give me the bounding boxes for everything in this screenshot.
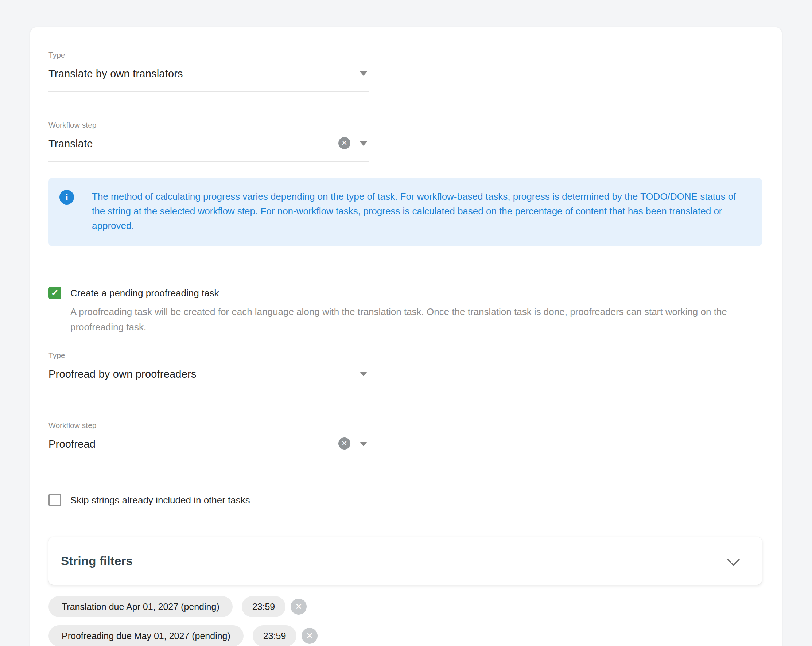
translation-type-select[interactable]: Translate by own translators <box>49 67 369 92</box>
dropdown-arrow-icon[interactable] <box>360 72 367 76</box>
remove-chip-icon[interactable]: ✕ <box>291 599 307 615</box>
proofreading-deadline-row: Proofreading due May 01, 2027 (pending) … <box>49 625 763 646</box>
proofreading-type-field: Type Proofread by own proofreaders <box>49 351 369 392</box>
translation-workflow-field: Workflow step Translate ✕ <box>49 120 369 162</box>
translation-workflow-label: Workflow step <box>49 120 369 130</box>
clear-selection-icon[interactable]: ✕ <box>338 137 350 149</box>
proofreading-workflow-select[interactable]: Proofread ✕ <box>49 437 369 462</box>
proofreading-checkbox-label[interactable]: Create a pending proofreading task <box>70 287 219 299</box>
deadline-chips: Translation due Apr 01, 2027 (pending) 2… <box>49 596 763 646</box>
time-chip: 23:59 <box>253 625 297 646</box>
skip-strings-checkbox-group: Skip strings already included in other t… <box>49 494 763 506</box>
dropdown-arrow-icon[interactable] <box>360 442 367 446</box>
translation-workflow-value: Translate <box>49 137 369 150</box>
info-icon: i <box>60 190 74 204</box>
proofreading-checkbox-description: A proofreading task will be created for … <box>70 304 756 335</box>
translation-workflow-select[interactable]: Translate ✕ <box>49 137 369 162</box>
string-filters-title: String filters <box>61 554 133 568</box>
proofreading-workflow-value: Proofread <box>49 437 369 451</box>
chevron-down-icon[interactable] <box>727 553 740 566</box>
proofreading-workflow-field: Workflow step Proofread ✕ <box>49 421 369 462</box>
proofreading-type-label: Type <box>49 351 369 360</box>
checkbox-unchecked-icon[interactable] <box>49 494 61 506</box>
string-filters-panel[interactable]: String filters <box>49 537 762 585</box>
progress-info-alert: i The method of calculating progress var… <box>49 178 762 246</box>
proofreading-type-select[interactable]: Proofread by own proofreaders <box>49 367 369 392</box>
proofreading-checkbox-group: ✓ Create a pending proofreading task A p… <box>49 287 763 335</box>
skip-strings-checkbox-label[interactable]: Skip strings already included in other t… <box>70 494 250 506</box>
dropdown-arrow-icon[interactable] <box>360 142 367 146</box>
task-form-card: Type Translate by own translators Workfl… <box>30 27 782 646</box>
deadline-chip: Translation due Apr 01, 2027 (pending) <box>49 596 233 617</box>
clear-selection-icon[interactable]: ✕ <box>338 437 350 449</box>
deadline-chip: Proofreading due May 01, 2027 (pending) <box>49 625 244 646</box>
proofreading-type-value: Proofread by own proofreaders <box>49 367 369 381</box>
translation-type-field: Type Translate by own translators <box>49 50 369 92</box>
progress-info-text: The method of calculating progress varie… <box>92 189 745 233</box>
translation-type-label: Type <box>49 50 369 59</box>
translation-deadline-row: Translation due Apr 01, 2027 (pending) 2… <box>49 596 763 617</box>
proofreading-workflow-label: Workflow step <box>49 421 369 430</box>
dropdown-arrow-icon[interactable] <box>360 372 367 376</box>
checkbox-checked-icon[interactable]: ✓ <box>49 286 61 299</box>
time-chip: 23:59 <box>242 596 286 617</box>
translation-type-value: Translate by own translators <box>49 67 369 80</box>
remove-chip-icon[interactable]: ✕ <box>302 628 317 644</box>
